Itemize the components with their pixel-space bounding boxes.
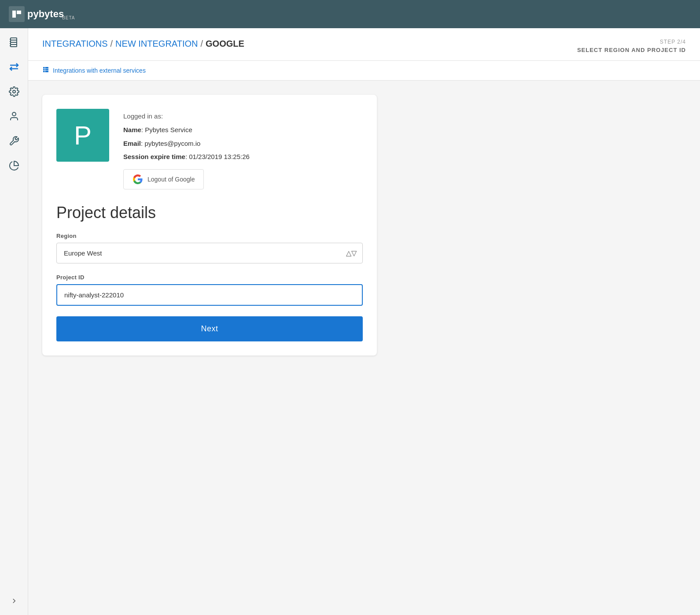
sidebar-item-settings[interactable] <box>7 85 21 99</box>
session-value: 01/23/2019 13:25:26 <box>189 153 250 160</box>
sub-nav-link[interactable]: Integrations with external services <box>53 67 146 74</box>
svg-rect-13 <box>43 67 48 72</box>
svg-point-12 <box>12 112 16 116</box>
step-info: STEP 2/4 SELECT REGION AND PROJECT ID <box>577 39 686 53</box>
breadcrumb-new-integration[interactable]: NEW INTEGRATION <box>115 39 198 49</box>
account-details: Logged in as: Name: Pybytes Service Emai… <box>123 109 363 189</box>
next-button[interactable]: Next <box>56 316 363 341</box>
region-select[interactable]: Europe West US Central US East Asia East <box>56 243 363 263</box>
logo-icon <box>9 6 25 22</box>
account-email-row: Email: pybytes@pycom.io <box>123 139 363 149</box>
sidebar-item-notebook[interactable] <box>7 35 21 49</box>
email-value: pybytes@pycom.io <box>144 140 200 147</box>
project-id-input[interactable] <box>56 284 363 306</box>
sidebar-item-integrations[interactable] <box>7 60 21 74</box>
logo-text: pybytes <box>27 8 64 20</box>
account-avatar: P <box>56 109 109 162</box>
main-layout: INTEGRATIONS / NEW INTEGRATION / GOOGLE … <box>0 28 700 615</box>
topbar: pybytes BETA <box>0 0 700 28</box>
page-content: P Logged in as: Name: Pybytes Service Em… <box>28 81 700 370</box>
breadcrumb-sep-2: / <box>201 39 203 49</box>
sidebar-item-wrench[interactable] <box>7 134 21 148</box>
region-label: Region <box>56 233 363 239</box>
sub-nav: Integrations with external services <box>28 61 700 81</box>
breadcrumb-bar: INTEGRATIONS / NEW INTEGRATION / GOOGLE … <box>28 28 700 61</box>
project-id-label: Project ID <box>56 274 363 281</box>
main-card: P Logged in as: Name: Pybytes Service Em… <box>42 95 377 356</box>
sidebar <box>0 28 28 615</box>
sidebar-item-chart[interactable] <box>7 159 21 173</box>
region-select-wrapper: Europe West US Central US East Asia East… <box>56 243 363 263</box>
logout-google-button[interactable]: Logout of Google <box>123 169 204 189</box>
sub-nav-icon <box>42 66 49 75</box>
breadcrumb-current: GOOGLE <box>206 39 244 49</box>
google-logo-icon <box>133 174 143 185</box>
logo-beta: BETA <box>62 15 75 20</box>
logo: pybytes BETA <box>9 6 75 22</box>
session-label: Session expire time <box>123 153 185 160</box>
name-label: Name <box>123 126 141 133</box>
email-label: Email <box>123 140 141 147</box>
account-session-row: Session expire time: 01/23/2019 13:25:26 <box>123 152 363 162</box>
step-title: SELECT REGION AND PROJECT ID <box>577 47 686 53</box>
sidebar-item-user[interactable] <box>7 109 21 123</box>
breadcrumb: INTEGRATIONS / NEW INTEGRATION / GOOGLE <box>42 39 244 49</box>
logout-google-label: Logout of Google <box>147 176 195 183</box>
content-area: INTEGRATIONS / NEW INTEGRATION / GOOGLE … <box>28 28 700 615</box>
name-value: Pybytes Service <box>145 126 192 133</box>
breadcrumb-integrations[interactable]: INTEGRATIONS <box>42 39 108 49</box>
account-info: P Logged in as: Name: Pybytes Service Em… <box>56 109 363 189</box>
svg-point-11 <box>13 90 15 93</box>
account-name-row: Name: Pybytes Service <box>123 125 363 135</box>
project-details-title: Project details <box>56 204 363 222</box>
sidebar-expand-button[interactable] <box>7 594 21 608</box>
logged-in-as-label: Logged in as: <box>123 112 363 120</box>
avatar-letter: P <box>74 120 92 151</box>
step-label: STEP 2/4 <box>577 39 686 45</box>
breadcrumb-sep-1: / <box>111 39 113 49</box>
